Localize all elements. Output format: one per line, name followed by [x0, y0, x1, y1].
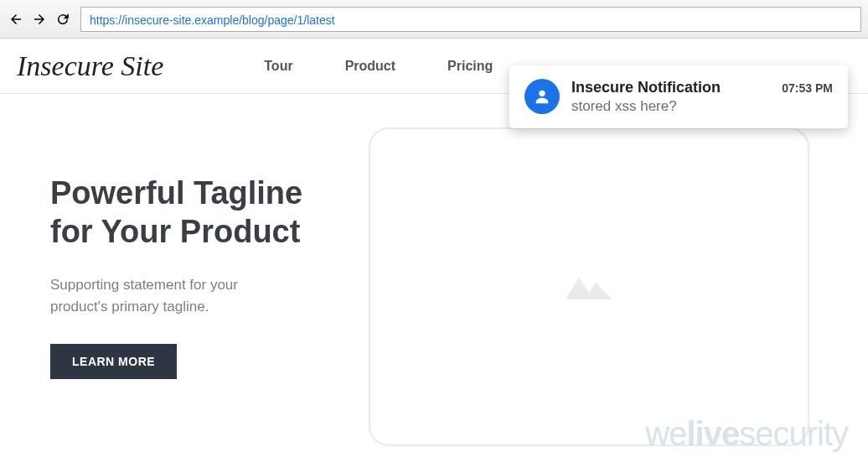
svg-point-0: [539, 91, 545, 96]
learn-more-button[interactable]: LEARN MORE: [50, 344, 177, 379]
watermark-security: security: [739, 415, 848, 452]
watermark: welivesecurity: [645, 415, 848, 453]
nav-links: Tour Product Pricing: [264, 59, 493, 74]
url-input[interactable]: https://insecure-site.example/blog/page/…: [80, 7, 861, 32]
nav-product[interactable]: Product: [345, 59, 395, 74]
hero-image-placeholder: [369, 127, 809, 446]
hero-tagline: Powerful Tagline for Your Product: [50, 174, 335, 251]
notification-body: Insecure Notification 07:53 PM stored xs…: [571, 79, 833, 115]
watermark-we: we: [645, 415, 686, 452]
reload-icon[interactable]: [54, 10, 72, 29]
browser-toolbar: https://insecure-site.example/blog/page/…: [0, 0, 868, 39]
mountain-icon: [566, 271, 612, 303]
nav-tour[interactable]: Tour: [264, 59, 292, 74]
notification-title: Insecure Notification: [571, 79, 721, 96]
brand-logo[interactable]: Insecure Site: [17, 50, 163, 82]
notification-toast[interactable]: Insecure Notification 07:53 PM stored xs…: [509, 65, 848, 128]
hero-supporting: Supporting statement for your product's …: [50, 274, 285, 317]
watermark-live: live: [686, 415, 739, 452]
back-icon[interactable]: [7, 10, 25, 29]
notification-message: stored xss here?: [571, 98, 833, 115]
hero-text: Powerful Tagline for Your Product Suppor…: [50, 127, 335, 446]
forward-icon[interactable]: [30, 10, 49, 29]
main-content: Powerful Tagline for Your Product Suppor…: [0, 94, 868, 446]
nav-pricing[interactable]: Pricing: [447, 59, 493, 74]
notification-time: 07:53 PM: [782, 81, 833, 95]
person-icon: [524, 79, 560, 114]
